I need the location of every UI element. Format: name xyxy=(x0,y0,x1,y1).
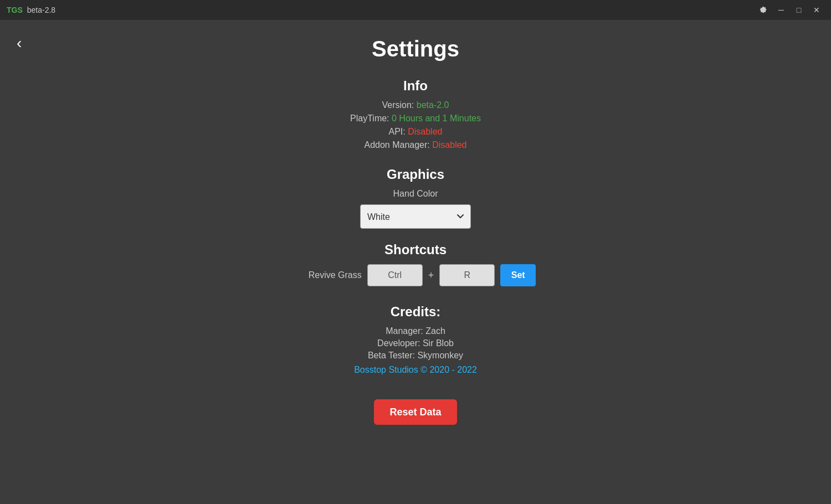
version-value: beta-2.0 xyxy=(417,100,449,110)
info-section: Info Version: beta-2.0 PlayTime: 0 Hours… xyxy=(0,78,831,153)
page-title: Settings xyxy=(372,37,459,61)
developer-row: Developer: Sir Blob xyxy=(377,338,454,348)
shortcut-modifier-input[interactable] xyxy=(367,264,423,286)
version-row: Version: beta-2.0 xyxy=(382,100,449,110)
title-bar: TGS beta-2.8 ─ □ ✕ xyxy=(0,0,831,20)
addon-manager-row: Addon Manager: Disabled xyxy=(364,140,466,150)
title-bar-controls: ─ □ ✕ xyxy=(756,2,824,18)
main-content: ‹ Settings Info Version: beta-2.0 PlayTi… xyxy=(0,20,831,504)
graphics-section-title: Graphics xyxy=(387,167,444,182)
beta-tester-row: Beta Tester: Skymonkey xyxy=(368,351,463,361)
playtime-value: 0 Hours and 1 Minutes xyxy=(392,114,481,123)
version-label: Version: xyxy=(382,100,414,110)
hand-color-select[interactable]: White Black Brown Tan xyxy=(360,204,471,229)
api-value: Disabled xyxy=(408,127,442,136)
app-name: TGS xyxy=(7,6,23,14)
manager-row: Manager: Zach xyxy=(386,326,445,336)
back-button[interactable]: ‹ xyxy=(17,35,22,51)
gear-icon xyxy=(759,6,768,14)
shortcuts-section-title: Shortcuts xyxy=(384,242,447,258)
credits-section: Credits: Manager: Zach Developer: Sir Bl… xyxy=(0,304,831,375)
hand-color-label: Hand Color xyxy=(393,189,438,199)
minimize-button[interactable]: ─ xyxy=(773,2,789,18)
addon-manager-value: Disabled xyxy=(432,140,466,150)
api-row: API: Disabled xyxy=(389,127,443,137)
credits-section-title: Credits: xyxy=(391,304,441,320)
app-version-title: beta-2.8 xyxy=(27,6,55,14)
api-label: API: xyxy=(389,127,406,136)
title-bar-left: TGS beta-2.8 xyxy=(7,6,55,14)
graphics-section: Graphics Hand Color White Black Brown Ta… xyxy=(0,167,831,229)
revive-grass-shortcut-row: Revive Grass + Set xyxy=(295,264,536,286)
shortcut-key-input[interactable] xyxy=(439,264,495,286)
studio-link[interactable]: Bosstop Studios © 2020 - 2022 xyxy=(354,365,477,375)
shortcuts-section: Shortcuts Revive Grass + Set xyxy=(0,242,831,291)
revive-grass-label: Revive Grass xyxy=(295,270,362,280)
reset-data-button[interactable]: Reset Data xyxy=(374,399,457,425)
set-shortcut-button[interactable]: Set xyxy=(500,264,536,286)
playtime-label: PlayTime: xyxy=(350,114,389,123)
info-section-title: Info xyxy=(403,78,428,94)
plus-label: + xyxy=(428,270,434,281)
gear-button[interactable] xyxy=(756,2,771,18)
addon-manager-label: Addon Manager: xyxy=(364,140,429,150)
restore-button[interactable]: □ xyxy=(791,2,807,18)
playtime-row: PlayTime: 0 Hours and 1 Minutes xyxy=(350,114,481,124)
close-button[interactable]: ✕ xyxy=(809,2,824,18)
